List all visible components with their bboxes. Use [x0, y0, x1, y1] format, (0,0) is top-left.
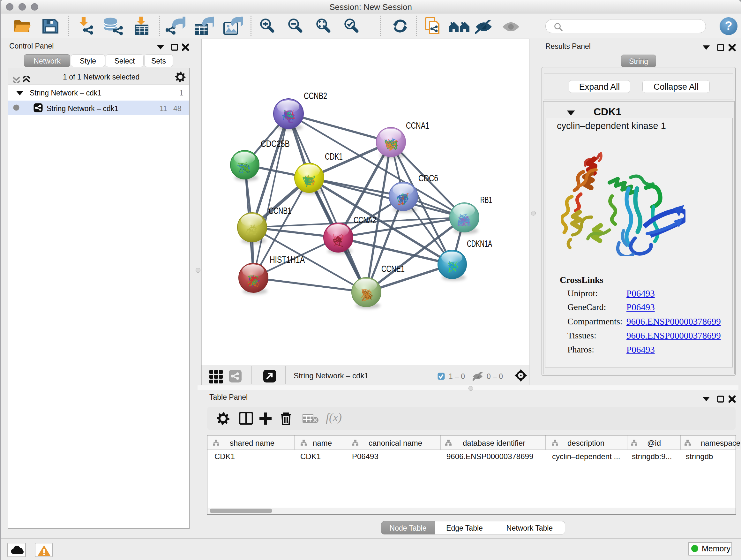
svg-text:CDC6: CDC6	[418, 173, 438, 183]
svg-text:CDC25B: CDC25B	[261, 138, 290, 149]
svg-text:CCNB2: CCNB2	[304, 91, 327, 101]
svg-text:CCNA1: CCNA1	[406, 120, 429, 131]
svg-text:CDKN1A: CDKN1A	[467, 239, 492, 249]
svg-text:CCNA2: CCNA2	[354, 215, 376, 225]
svg-text:HIST1H1A: HIST1H1A	[270, 254, 305, 265]
svg-text:?: ?	[725, 19, 732, 33]
svg-text:RB1: RB1	[480, 195, 492, 205]
svg-text:CCNB1: CCNB1	[269, 206, 291, 216]
svg-text:CCNE1: CCNE1	[381, 264, 405, 274]
svg-text:CDK1: CDK1	[325, 151, 343, 162]
